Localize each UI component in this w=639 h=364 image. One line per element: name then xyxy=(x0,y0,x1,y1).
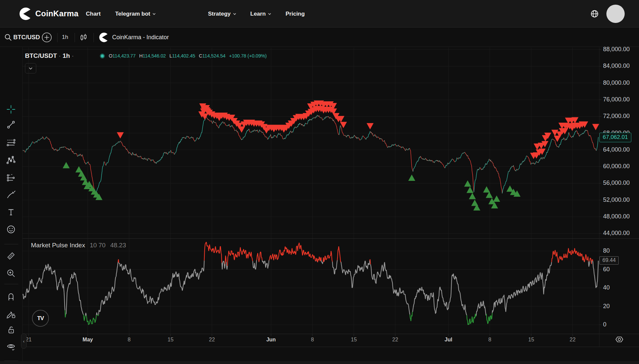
symbol-legend: BTC/USDT · 1h · O114,423.77 H114,546.02 … xyxy=(25,52,267,60)
top-navbar: CoinKarma Chart Telegram bot Strategy Le… xyxy=(0,0,639,28)
toolbar-divider xyxy=(4,244,18,244)
time-axis-label: 8 xyxy=(488,337,491,343)
time-axis-label: Jul xyxy=(445,337,452,343)
time-axis-label: 15 xyxy=(167,337,173,343)
nav-item-strategy[interactable]: Strategy xyxy=(208,11,236,17)
indicator-title[interactable]: CoinKarma - Indicator xyxy=(112,34,169,41)
trend-line-tool-icon[interactable] xyxy=(6,120,16,130)
current-oscillator-label: 69.44 xyxy=(599,256,619,265)
indicator-status-dot[interactable] xyxy=(100,54,105,59)
change-value: +100.78 (+0.09%) xyxy=(229,53,267,59)
oscillator-axis-label: 0 xyxy=(603,321,606,328)
time-axis-label: 8 xyxy=(128,337,131,343)
price-axis-label: 44,000.00 xyxy=(603,230,630,237)
toolbar-separator xyxy=(94,33,94,42)
time-axis-label: 15 xyxy=(528,337,534,343)
drawing-lock-tool-icon[interactable] xyxy=(6,309,16,319)
toolbar-separator xyxy=(57,33,58,42)
oscillator-axis-label: 20 xyxy=(603,303,610,310)
time-axis-label: 22 xyxy=(570,337,576,343)
time-axis-label: 15 xyxy=(351,337,357,343)
indicator-value: 48.23 xyxy=(110,242,126,249)
bottom-edge-bar xyxy=(0,361,639,364)
chart-toolbar: BTC/USD 1h CoinKarma - Indicator xyxy=(0,28,639,47)
sell-signal-arrows xyxy=(117,100,599,159)
symbol-search-button[interactable]: BTC/USD xyxy=(13,34,40,41)
time-axis-label: 22 xyxy=(392,337,398,343)
emoji-tool-icon[interactable] xyxy=(6,224,16,234)
price-axis-label: 76,000.00 xyxy=(603,96,630,103)
user-avatar[interactable] xyxy=(606,5,625,23)
legend-symbol-title[interactable]: BTC/USDT · 1h · xyxy=(25,52,74,60)
chevron-down-icon xyxy=(233,12,236,16)
sidebar-collapse-handle[interactable]: ‹ xyxy=(21,333,27,349)
search-icon[interactable] xyxy=(4,33,12,42)
ohlc-values: O114,423.77 H114,546.02 L114,402.45 C114… xyxy=(109,53,267,59)
brand-name[interactable]: CoinKarma xyxy=(35,9,79,18)
price-axis-label: 56,000.00 xyxy=(603,180,630,186)
oscillator-line-overbought xyxy=(118,242,593,266)
buy-signal-arrows xyxy=(63,162,521,210)
hide-drawings-eye-icon[interactable] xyxy=(6,342,16,352)
lock-tool-icon[interactable] xyxy=(6,325,16,335)
crosshair-tool-icon[interactable] xyxy=(6,104,16,114)
nav-item-learn[interactable]: Learn xyxy=(250,11,271,17)
time-axis-label: 22 xyxy=(209,337,215,343)
price-axis-label: 80,000.00 xyxy=(603,79,630,86)
pattern-tool-icon[interactable] xyxy=(6,155,16,165)
forecast-tool-icon[interactable] xyxy=(6,173,16,183)
indicator-name: Market Pulse Index xyxy=(31,242,85,249)
oscillator-axis-label: 80 xyxy=(603,247,610,254)
brush-tool-icon[interactable] xyxy=(6,190,16,200)
price-axis-label: 72,000.00 xyxy=(603,113,630,120)
oscillator-axis-label: 40 xyxy=(603,284,610,291)
coinkarma-indicator-logo-icon xyxy=(99,32,109,43)
price-axis-label: 60,000.00 xyxy=(603,163,630,170)
text-tool-icon[interactable] xyxy=(6,207,16,217)
nav-item-telegram-bot[interactable]: Telegram bot xyxy=(115,11,156,17)
indicator-legend[interactable]: Market Pulse Index 10 70 48.23 xyxy=(31,242,126,249)
ruler-tool-icon[interactable] xyxy=(6,251,16,261)
chevron-down-icon xyxy=(268,12,271,16)
nav-item-pricing[interactable]: Pricing xyxy=(286,11,305,17)
indicator-params: 10 70 xyxy=(90,242,106,249)
magnet-tool-icon[interactable] xyxy=(6,292,16,302)
chevron-down-icon xyxy=(152,12,156,16)
settings-gear-icon[interactable] xyxy=(614,334,625,345)
price-axis-label: 48,000.00 xyxy=(603,213,630,220)
price-axis-label: 84,000.00 xyxy=(603,62,630,69)
price-axis-label: 88,000.00 xyxy=(603,46,630,53)
drawing-toolbar xyxy=(0,47,23,364)
tradingview-logo[interactable]: TV xyxy=(32,310,49,327)
current-price-label: 67,062.01 xyxy=(599,133,631,142)
oscillator-axis-label: 60 xyxy=(603,266,610,273)
chart-type-candles-icon[interactable] xyxy=(79,33,88,42)
compare-add-button[interactable] xyxy=(42,32,52,44)
toolbar-separator xyxy=(75,33,75,42)
time-axis-label: Jun xyxy=(266,337,276,343)
globe-icon[interactable] xyxy=(590,10,599,18)
zoom-in-tool-icon[interactable] xyxy=(6,268,16,278)
horizontal-lines-tool-icon[interactable] xyxy=(6,138,16,148)
price-axis-label: 64,000.00 xyxy=(603,146,630,153)
price-axis-label: 52,000.00 xyxy=(603,196,630,203)
interval-button[interactable]: 1h xyxy=(62,34,68,41)
toolbar-divider xyxy=(4,284,18,284)
legend-collapse-button[interactable] xyxy=(25,63,36,73)
nav-item-chart[interactable]: Chart xyxy=(86,11,101,17)
coinkarma-logo-icon[interactable] xyxy=(19,7,33,21)
time-axis-label: 8 xyxy=(311,337,314,343)
time-axis-label: May xyxy=(83,337,93,343)
